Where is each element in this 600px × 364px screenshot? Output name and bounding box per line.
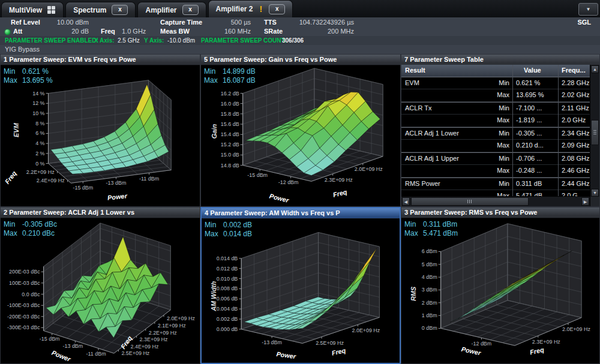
sweep-y-axis-label: Y Axis: [144,37,164,44]
tab-amplifier-2[interactable]: Amplifier 2!x [208,0,293,17]
tab-label: MultiView [9,6,42,14]
table-row-rms-power-min[interactable]: RMS PowerMin0.311 dB2.44 GHz [401,178,590,190]
window-7-table[interactable]: 7 Parameter Sweep Table Result Value Fre… [401,54,600,207]
vertical-scroll-thumb[interactable] [591,120,599,145]
tab-overflow-dropdown[interactable]: ▼ [578,3,598,16]
result-name: ACLR Adj 1 Upper [405,155,459,162]
surface-plot-gain[interactable]: 16.2 dB16.0 dB15.8 dB15.6 dB15.4 dB15.2 … [201,65,400,206]
table-row-aclr-tx-max[interactable]: Max-1.819 ...2.0 GHz [401,115,590,127]
frequency-cell: 2.28 GHz [562,79,589,86]
result-name: EVM [405,79,419,86]
z-tick-label: 0.008 dB [217,285,238,291]
power-tick-label: -13 dBm [106,180,127,186]
window-title[interactable]: 2 Parameter Sweep: ACLR Adj 1 Lower vs [1,207,200,218]
close-tab-icon[interactable]: x [112,5,128,15]
tts-value: 104.732243926 µs [287,19,354,26]
table-row-aclr-adj-1-lower-min[interactable]: ACLR Adj 1 LowerMin-0.305 ...2.34 GHz [401,127,590,140]
vertical-scrollbar[interactable]: ▲ ▼ [590,65,599,197]
freq-tick-label: 2.4E+09 Hz [130,344,158,350]
z-tick-label: 12 % [32,100,44,106]
window-2-aclr-lower[interactable]: 2 Parameter Sweep: ACLR Adj 1 Lower vs M… [0,207,200,364]
power-axis-label: Power [461,345,482,357]
minmax-cell: Max [478,142,509,149]
power-axis-label: Power [269,192,290,204]
tab-amplifier[interactable]: Amplifierx [137,2,206,17]
frequency-cell: 2.34 GHz [562,130,589,137]
scroll-left-icon[interactable]: ◀ [402,197,410,206]
window-title[interactable]: 4 Parameter Sweep: AM Width vs Freq vs P [202,208,400,219]
minmax-readout: Min0.002 dB Max0.014 dB [205,221,252,239]
freq-value: 1.0 GHz [122,28,146,35]
sweep-y-axis-value: -10.0 dBm [167,37,195,44]
frequency-cell: 2.44 GHz [562,180,589,187]
frequency-cell: 2.11 GHz [562,104,589,112]
minmax-cell: Max [478,116,509,124]
tab-multiview[interactable]: MultiView [1,2,64,17]
table-row-aclr-adj-1-upper-min[interactable]: ACLR Adj 1 UpperMin-0.706 ...2.08 GHz [401,152,590,165]
freq-axis-label: Freq [529,346,545,356]
surface-plot-evm[interactable]: 14 %12 %10 %8 %6 %4 %2 %0 %-15 dBm-13 dB… [1,65,200,206]
alert-icon: ! [259,4,264,14]
scroll-down-icon[interactable]: ▼ [591,189,599,197]
surface-plot-am-width[interactable]: 0.014 dB0.012 dB0.010 dB0.008 dB0.006 dB… [202,218,400,363]
ref-level-value: 10.00 dBm [41,19,89,26]
tab-spectrum[interactable]: Spectrumx [65,2,136,17]
close-tab-icon[interactable]: x [269,4,285,14]
srate-label: SRate [264,28,283,35]
minmax-cell: Min [478,79,509,86]
att-label: Att [13,28,22,35]
scroll-up-icon[interactable]: ▲ [591,65,599,73]
power-tick-label: -13 dBm [62,343,83,349]
minmax-readout: Min14.899 dB Max16.087 dB [204,67,256,85]
z-axis-label: EVM [13,122,20,137]
freq-axis-label: Freq [332,188,348,198]
table-row-aclr-adj-1-upper-max[interactable]: Max-0.248 ...2.46 GHz [401,165,590,178]
scroll-right-icon[interactable]: ▶ [581,197,589,206]
close-tab-icon[interactable]: x [182,5,199,15]
result-name: RMS Power [405,180,440,187]
z-tick-label: 0 dBm [422,325,437,331]
minmax-readout: Min-0.305 dBc Max0.210 dBc [4,220,57,238]
column-frequency: Frequ... [562,67,586,74]
window-3-rms[interactable]: 3 Parameter Sweep: RMS vs Freq vs Powe M… [401,207,600,364]
window-1-evm[interactable]: 1 Parameter Sweep: EVM vs Freq vs Powe M… [0,54,200,207]
minmax-readout: Min0.621 % Max13.695 % [4,67,53,85]
window-title[interactable]: 3 Parameter Sweep: RMS vs Freq vs Powe [401,207,599,218]
z-tick-label: 3 dBm [422,287,437,293]
window-4-am-width[interactable]: 4 Parameter Sweep: AM Width vs Freq vs P… [200,207,401,364]
table-row-evm-min[interactable]: EVMMin0.621 %2.28 GHz [401,77,590,89]
window-title[interactable]: 1 Parameter Sweep: EVM vs Freq vs Powe [1,55,200,65]
power-tick-label: -12 dBm [278,179,299,185]
freq-tick-label: 2.0E+09 Hz [352,327,380,333]
parameter-sweep-status-bar: PARAMETER SWEEP ENABLED: X Axis: 2.5 GHz… [0,36,600,45]
z-axis-label: AM Width [210,281,217,312]
z-tick-label: 0.004 dB [217,306,238,312]
z-tick-label: 0.012 dB [217,266,238,272]
table-row-aclr-adj-1-lower-max[interactable]: Max0.210 d...2.09 GHz [401,140,590,152]
capture-time-label: Capture Time [160,19,202,26]
z-tick-label: -200E-03 dBc [7,314,40,320]
window-title[interactable]: 7 Parameter Sweep Table [401,55,599,65]
horizontal-scroll-thumb[interactable] [411,197,529,206]
result-name: ACLR Tx [405,104,431,112]
table-body: EVMMin0.621 %2.28 GHzMax13.695 %2.02 GHz… [401,77,590,198]
window-5-gain[interactable]: 5 Parameter Sweep: Gain vs Freq vs Powe … [200,54,401,207]
table-row-aclr-tx-min[interactable]: ACLR TxMin-7.100 ...2.11 GHz [401,102,590,115]
sweep-count-label: PARAMETER SWEEP COUNT: [201,37,286,44]
value-cell: 0.621 % [516,79,540,86]
minmax-cell: Min [478,104,509,112]
z-tick-label: 2 dBm [422,300,437,306]
table-row-evm-max[interactable]: Max13.695 %2.02 GHz [401,89,590,102]
freq-tick-label: 2.4E+09 Hz [37,178,65,183]
minmax-cell: Min [478,155,509,162]
power-tick-label: -15 dBm [40,336,60,342]
power-tick-label: -13 dBm [262,339,282,345]
window-title[interactable]: 5 Parameter Sweep: Gain vs Freq vs Powe [201,55,400,65]
z-tick-label: 0.0 dBc [22,291,40,297]
z-tick-label: 15.2 dB [221,142,239,148]
freq-tick-label: 2.0E+09 Hz [562,326,590,332]
z-tick-label: 5 dBm [422,261,437,267]
surface-plot-rms[interactable]: 6 dBm5 dBm4 dBm3 dBm2 dBm1 dBm0 dBm-12 d… [401,218,599,363]
horizontal-scrollbar[interactable]: ◀ ▶ [401,196,590,206]
surface-plot-aclr[interactable]: 200E-03 dBc100E-03 dBc0.0 dBc-100E-03 dB… [1,218,200,363]
